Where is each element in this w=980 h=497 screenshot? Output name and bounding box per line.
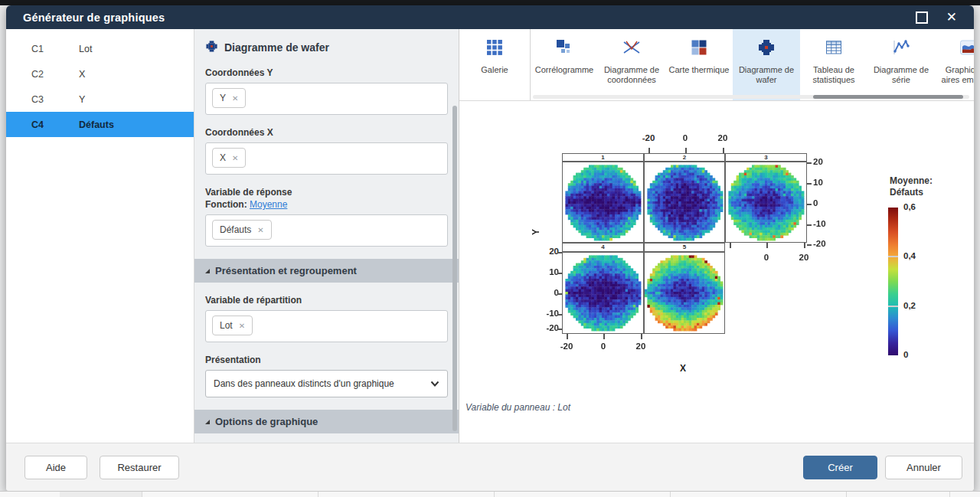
chip-y[interactable]: Y ✕ (212, 88, 246, 108)
create-button[interactable]: Créer (803, 456, 877, 479)
y-tick-label-right: 10 (813, 178, 823, 187)
legend-title: Moyenne: (890, 175, 933, 187)
wafer-heatmap-canvas (645, 253, 724, 333)
gallery-items: CorrélogrammeDiagramme de coordonnéesCar… (531, 29, 974, 100)
x-tick-mark-col3 (766, 243, 768, 248)
coord-x-dropzone[interactable]: X ✕ (205, 142, 448, 175)
heatmap-icon (690, 38, 708, 63)
x-tick-label-top: -20 (639, 133, 658, 142)
gallery-home-label: Galerie (479, 65, 509, 75)
section-grouping-header[interactable]: Présentation et regroupement (194, 259, 459, 283)
chevron-down-icon (430, 381, 439, 387)
y-tick-mark-right (807, 162, 812, 164)
gallery-home-button[interactable]: Galerie (459, 29, 531, 100)
response-dropzone[interactable]: Défauts ✕ (205, 214, 448, 247)
gallery-item-area[interactable]: Graphique à aires empilées (935, 29, 974, 100)
gallery-scrollbar-thumb[interactable] (813, 95, 963, 99)
wafer-panel-4 (562, 252, 644, 334)
dialog-footer: Aide Restaurer Créer Annuler (6, 443, 974, 491)
chip-split-remove-icon[interactable]: ✕ (239, 322, 245, 330)
chip-y-remove-icon[interactable]: ✕ (232, 94, 238, 103)
legend-tick-label: 0,6 (903, 202, 916, 211)
panel-strip-4: 4 (562, 243, 644, 252)
y-tick-label-left: -10 (533, 309, 559, 318)
coord-y-label: Coordonnées Y (205, 67, 448, 78)
chart-preview: 12345-2002020100-10-2002020100-10-20-200… (459, 101, 974, 443)
chip-x-label: X (220, 152, 226, 163)
y-tick-mark-right (807, 244, 812, 246)
chip-response[interactable]: Défauts ✕ (212, 220, 272, 240)
wafer-panel-5 (644, 252, 725, 334)
gallery-item-label: Graphique à aires empilées (935, 65, 974, 85)
config-panel: Diagramme de wafer Coordonnées Y Y ✕ Coo… (194, 29, 459, 443)
config-scrollbar[interactable] (452, 106, 457, 431)
x-tick-mark-col3 (730, 243, 731, 248)
chip-x[interactable]: X ✕ (212, 148, 246, 168)
x-tick-mark-bottom (567, 334, 568, 339)
x-tick-label-top: 0 (676, 133, 694, 142)
coord-x-label: Coordonnées X (205, 127, 448, 138)
x-tick-mark-top (685, 148, 687, 153)
background-top-strip (0, 0, 980, 5)
dialog-body: C1LotC2XC3YC4Défauts Diagramme de wafer … (6, 29, 974, 443)
wafer-icon (757, 38, 776, 63)
coord-y-dropzone[interactable]: Y ✕ (205, 83, 448, 115)
help-button[interactable]: Aide (24, 456, 87, 479)
chip-x-remove-icon[interactable]: ✕ (232, 154, 238, 162)
presentation-select[interactable]: Dans des panneaux distincts d'un graphiq… (205, 370, 448, 397)
chip-split-label: Lot (220, 320, 233, 331)
area-icon (959, 38, 974, 63)
title-bar: Générateur de graphiques ✕ (6, 5, 974, 29)
variable-row-c2[interactable]: C2X (6, 61, 194, 87)
worksheet-gridline (142, 492, 142, 497)
wafer-heatmap-canvas (563, 162, 643, 242)
graph-builder-dialog: Générateur de graphiques ✕ C1LotC2XC3YC4… (6, 5, 974, 491)
stats-table-icon (825, 38, 843, 63)
gallery-item-wafer[interactable]: Diagramme de wafer (733, 29, 800, 100)
parallel-icon (622, 38, 641, 63)
gallery-item-series[interactable]: Diagramme de série (867, 29, 935, 100)
variable-row-c3[interactable]: C3Y (6, 87, 194, 112)
x-tick-label-bottom: 20 (632, 342, 650, 351)
legend-notch (888, 306, 898, 307)
function-value-link[interactable]: Moyenne (250, 199, 287, 210)
y-tick-label-left: -20 (533, 323, 559, 332)
chip-split[interactable]: Lot ✕ (212, 316, 253, 335)
x-tick-mark-top (648, 148, 650, 153)
function-label: Fonction: (205, 199, 247, 210)
chip-response-label: Défauts (220, 224, 251, 235)
variable-row-c4[interactable]: C4Défauts (6, 112, 194, 137)
gallery-grid-icon (485, 38, 504, 63)
section-options-header[interactable]: Options de graphique (194, 410, 459, 433)
gallery-item-label: Corrélogramme (534, 65, 595, 75)
gallery-scrollbar-track[interactable] (533, 95, 969, 99)
wafer-panel-3 (725, 162, 807, 243)
wafer-icon (205, 40, 218, 55)
split-dropzone[interactable]: Lot ✕ (205, 310, 448, 342)
legend-notch (888, 256, 898, 257)
maximize-icon[interactable] (916, 11, 928, 24)
legend-tick-label: 0,4 (903, 251, 916, 260)
section-options-title: Options de graphique (215, 416, 318, 427)
cancel-button[interactable]: Annuler (885, 456, 962, 479)
worksheet-gridline (846, 492, 847, 497)
variable-name: Y (79, 94, 85, 105)
restore-button[interactable]: Restaurer (100, 456, 179, 479)
variable-row-c1[interactable]: C1Lot (6, 36, 194, 61)
x-tick-mark-bottom (641, 334, 642, 339)
gallery-item-stats-table[interactable]: Tableau de statistiques (800, 29, 867, 100)
gallery-item-heatmap[interactable]: Carte thermique (665, 29, 733, 100)
close-icon[interactable]: ✕ (946, 11, 957, 24)
legend-colorbar (888, 208, 898, 355)
gallery-item-parallel[interactable]: Diagramme de coordonnées (598, 29, 665, 100)
panel-strip-1: 1 (562, 153, 644, 162)
y-tick-label-right: 0 (813, 198, 818, 208)
variable-id: C2 (31, 69, 79, 80)
y-tick-mark-left (557, 329, 562, 330)
background-worksheet-strip (0, 491, 980, 497)
function-line: Fonction: Moyenne (205, 199, 448, 210)
worksheet-gridline (318, 492, 318, 497)
gallery-item-correlogram[interactable]: Corrélogramme (531, 29, 598, 100)
legend-tick-label: 0 (903, 350, 908, 359)
chip-response-remove-icon[interactable]: ✕ (257, 226, 263, 234)
